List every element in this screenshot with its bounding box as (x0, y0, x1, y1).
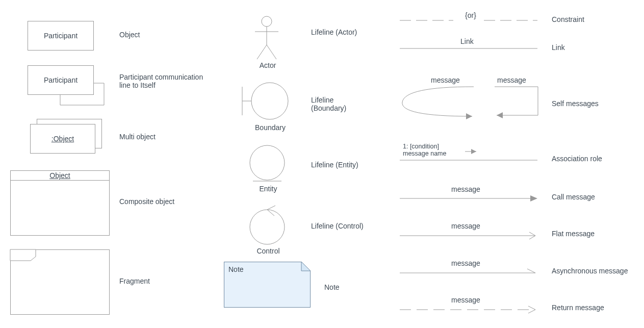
composite-divider (10, 180, 110, 181)
return-msg-line (400, 306, 537, 314)
assoc-text: 1: [condition] message name (403, 143, 446, 157)
participant-box-label: Participant (44, 32, 78, 40)
svg-point-0 (262, 16, 272, 27)
svg-line-25 (529, 236, 535, 239)
call-msg-text: message (451, 185, 480, 193)
uml-collaboration-legend: Participant Object Participant Participa… (0, 0, 644, 328)
entity-caption: Entity (248, 185, 289, 193)
return-desc: Return message (552, 304, 604, 312)
svg-line-29 (528, 306, 535, 310)
participant-comm-desc: Participant communication line to Itself (119, 73, 203, 89)
self-desc: Self messages (552, 99, 599, 108)
boundary-caption: Boundary (245, 123, 296, 132)
self-msg2: message (497, 76, 526, 84)
entity-icon (249, 144, 290, 185)
flat-msg-text: message (451, 222, 480, 230)
link-line (400, 47, 537, 49)
note-desc: Note (324, 283, 340, 291)
actor-icon (255, 15, 286, 61)
boundary-icon (241, 82, 297, 122)
control-desc: Lifeline (Control) (311, 222, 364, 230)
link-desc: Link (552, 43, 565, 52)
self-comm-line (28, 65, 114, 111)
self-msg1: message (431, 76, 460, 84)
link-text: Link (460, 37, 474, 45)
call-desc: Call message (552, 193, 595, 201)
note-box: Note (224, 262, 311, 308)
note-text: Note (228, 265, 244, 273)
self-msg-right (490, 86, 540, 119)
composite-header: Object (10, 171, 110, 180)
async-msg-text: message (451, 259, 480, 267)
object-desc: Object (119, 31, 140, 39)
async-desc: Asynchronous message (552, 267, 628, 275)
svg-marker-22 (530, 195, 537, 201)
constraint-text: {or} (458, 11, 483, 19)
svg-marker-16 (466, 113, 472, 119)
flat-msg-line (400, 232, 537, 240)
svg-line-27 (527, 269, 535, 273)
assoc-arrow-icon (465, 148, 480, 155)
svg-point-10 (250, 210, 285, 244)
fragment-desc: Fragment (119, 277, 150, 285)
return-msg-text: message (451, 296, 480, 304)
multi-front-box: :Object (30, 124, 95, 154)
actor-caption: Actor (250, 61, 286, 69)
svg-marker-20 (471, 149, 476, 154)
assoc-line (400, 157, 537, 163)
control-caption: Control (248, 247, 289, 255)
assoc-desc: Association role (552, 155, 602, 163)
constraint-desc: Constraint (552, 15, 584, 23)
svg-point-7 (251, 83, 288, 119)
multi-label: :Object (51, 135, 74, 143)
svg-line-11 (267, 206, 275, 210)
entity-desc: Lifeline (Entity) (311, 161, 358, 169)
boundary-desc: Lifeline (Boundary) (311, 96, 346, 112)
control-icon (249, 207, 290, 247)
flat-desc: Flat message (552, 230, 595, 238)
call-msg-line (400, 195, 537, 202)
participant-box: Participant (28, 21, 94, 51)
fragment-tab (10, 249, 41, 262)
async-msg-line (400, 269, 537, 277)
multi-desc: Multi object (119, 133, 156, 141)
svg-line-24 (529, 232, 535, 236)
svg-line-3 (257, 45, 267, 59)
svg-line-30 (528, 310, 535, 313)
svg-line-4 (267, 45, 276, 59)
svg-marker-17 (497, 112, 503, 118)
self-msg-left (400, 87, 481, 120)
composite-desc: Composite object (119, 197, 174, 206)
actor-desc: Lifeline (Actor) (311, 28, 357, 36)
note-corner-icon (301, 262, 311, 271)
svg-point-8 (250, 145, 285, 180)
